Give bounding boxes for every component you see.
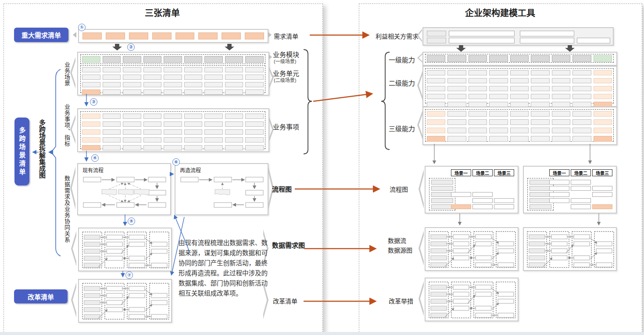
grid-cell <box>204 56 223 63</box>
grid-cell <box>510 128 529 133</box>
step-3-badge: ③ <box>90 98 97 106</box>
grid-cell <box>572 78 591 83</box>
grid-cell <box>594 78 612 83</box>
requirements-row <box>78 29 268 43</box>
grid-cell <box>82 121 100 127</box>
grid-cell <box>143 145 162 150</box>
grid-cell <box>164 82 182 87</box>
grid-cell <box>245 67 264 72</box>
business-items-label: 业务事项 <box>273 122 299 131</box>
grid-cell <box>245 114 264 119</box>
grid-cell <box>572 55 591 62</box>
scene-cell <box>571 198 591 203</box>
grid-cell <box>427 94 445 99</box>
grid-cell <box>225 89 243 95</box>
grid-cell <box>531 55 549 62</box>
grid-cell <box>531 86 549 91</box>
level3-cells <box>427 111 612 142</box>
grid-cell <box>103 145 121 150</box>
grid-cell <box>572 86 591 91</box>
stakeholder-cell <box>520 38 574 43</box>
grid-cell <box>552 119 570 125</box>
redesigned-flow-box: 再造流程 <box>175 163 268 215</box>
grid-cell <box>103 56 121 63</box>
stakeholder-requirements-box <box>422 27 614 46</box>
business-module-row <box>80 54 265 64</box>
grid-cell <box>123 121 141 127</box>
step-6-badge: ⑥ <box>172 158 180 166</box>
grid-cell <box>469 55 487 62</box>
grid-cell <box>489 55 508 62</box>
level3-capability-grid <box>422 107 617 145</box>
grid-cell <box>143 75 162 80</box>
stakeholder-cell <box>427 38 446 43</box>
grid-cell <box>82 82 100 87</box>
data-flow-diagram-2 <box>523 227 617 271</box>
grid-cell <box>143 137 162 143</box>
grid-cell <box>552 78 570 83</box>
grid-cell <box>123 75 141 80</box>
scene-gray-cell <box>431 204 453 209</box>
grid-cell <box>204 137 223 143</box>
grid-cell <box>222 32 241 39</box>
grid-cell <box>204 145 223 150</box>
grid-cell <box>469 70 487 75</box>
business-module-sublabel: (一级场景) <box>274 57 296 64</box>
grid-cell <box>531 136 549 142</box>
scene-gray-cell <box>431 192 453 197</box>
grid-cell <box>106 32 125 39</box>
grid-cell <box>164 145 182 150</box>
grid-cell <box>552 86 570 91</box>
level2-dashed <box>425 68 614 103</box>
grid-cell <box>103 121 121 127</box>
grid-cell <box>82 75 100 80</box>
footer-strip <box>0 332 644 335</box>
data-flow-columns <box>524 228 616 270</box>
grid-cell <box>552 128 570 133</box>
grid-cell <box>123 137 141 143</box>
scene-cell <box>472 192 493 197</box>
grid-cell <box>103 89 121 95</box>
level2-capability-label: 二级能力 <box>389 78 415 87</box>
grid-cell <box>245 32 264 39</box>
scene-cell <box>494 204 514 209</box>
level1-cells <box>427 55 612 62</box>
grid-cell <box>225 75 243 80</box>
scene-gray-cell <box>530 192 551 197</box>
process-description: 由现有流程梳理出数据需求、数据来源，谋划可集成的数据和可协同的部门产生创新活动，… <box>179 238 272 298</box>
grid-cell <box>204 89 223 95</box>
right-panel-title: 企业架构建模工具 <box>434 6 566 19</box>
grid-cell <box>103 67 121 72</box>
grid-cell <box>594 94 612 99</box>
scene-cell <box>549 180 569 185</box>
scene-gray-cell <box>431 180 453 185</box>
grid-cell <box>82 114 100 119</box>
grid-cell <box>594 111 612 117</box>
grid-cell <box>510 70 529 75</box>
grid-cell <box>164 67 182 72</box>
grid-cell <box>245 82 264 87</box>
grid-cell <box>103 114 121 119</box>
grid-cell <box>510 55 529 62</box>
grid-cell <box>510 86 529 91</box>
grid-cell <box>82 145 100 150</box>
grid-cell <box>204 67 223 72</box>
grid-cell <box>82 129 100 135</box>
scene-highlight-cell <box>592 204 612 209</box>
grid-cell <box>164 56 182 63</box>
stakeholder-cell <box>449 38 515 43</box>
grid-cell <box>123 56 141 63</box>
badge-multi-cross-text: 多跨场景清单 <box>19 127 25 177</box>
grid-cell <box>510 111 529 117</box>
grid-cell <box>489 78 508 83</box>
scene-cell <box>571 204 591 209</box>
business-module-cells <box>82 56 264 63</box>
grid-cell <box>510 136 529 142</box>
grid-cell <box>143 121 162 127</box>
grid-cell <box>245 89 264 95</box>
grid-cell <box>204 129 223 135</box>
scene-cell <box>549 198 569 203</box>
grid-cell <box>143 82 162 87</box>
level1-dashed <box>425 54 614 63</box>
grid-cell <box>531 78 549 83</box>
